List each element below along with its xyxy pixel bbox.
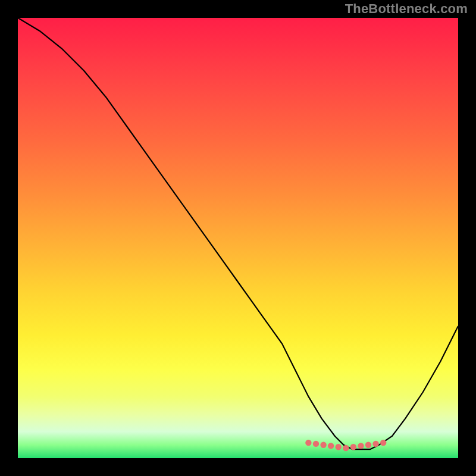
optimal-dot bbox=[328, 443, 334, 449]
optimal-dot bbox=[336, 444, 342, 450]
optimal-dot bbox=[365, 442, 371, 448]
optimal-dot bbox=[372, 441, 378, 447]
optimal-dot bbox=[320, 442, 326, 448]
optimal-range-dots bbox=[305, 440, 386, 451]
optimal-dot bbox=[305, 440, 311, 446]
chart-frame: TheBottleneck.com bbox=[0, 0, 476, 476]
optimal-dot bbox=[313, 441, 319, 447]
optimal-dot bbox=[358, 443, 364, 449]
curve-layer bbox=[18, 18, 458, 458]
optimal-dot bbox=[343, 445, 349, 451]
bottleneck-curve bbox=[18, 18, 458, 449]
optimal-dot bbox=[350, 444, 356, 450]
plot-area bbox=[18, 18, 458, 458]
watermark-text: TheBottleneck.com bbox=[345, 1, 468, 17]
optimal-dot bbox=[380, 440, 386, 446]
